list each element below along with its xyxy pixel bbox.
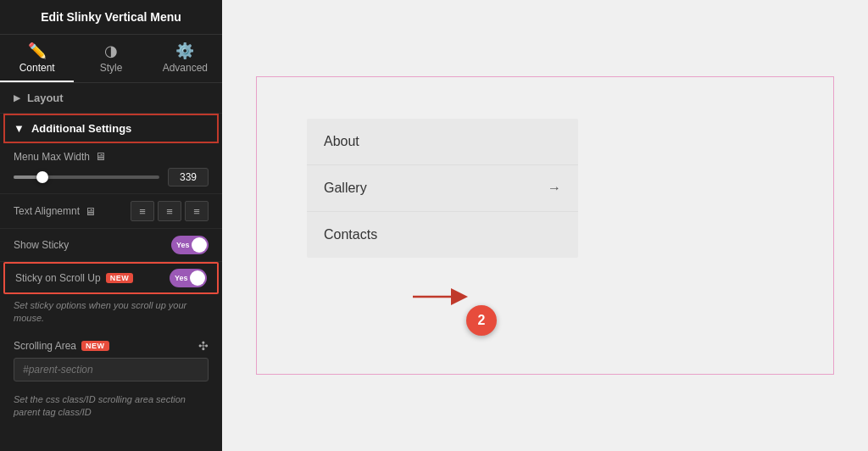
additional-settings-arrow-icon: ▼: [14, 122, 25, 135]
menu-item-about: About: [307, 119, 578, 165]
menu-max-width-control: Menu Max Width 🖥 339: [0, 143, 222, 194]
panel-title: Edit Slinky Vertical Menu: [0, 0, 222, 35]
show-sticky-control: Show Sticky Yes: [0, 229, 222, 262]
monitor-icon: 🖥: [95, 150, 106, 163]
menu-item-gallery: Gallery →: [307, 165, 578, 212]
alignment-buttons: ≡ ≡ ≡: [131, 201, 209, 221]
sticky-scroll-knob: [190, 270, 205, 286]
tab-style[interactable]: ◑ Style: [74, 35, 147, 82]
slider-track[interactable]: [14, 175, 159, 179]
slider-row: 339: [14, 168, 209, 187]
annotation-number: 2: [478, 313, 486, 328]
additional-settings-label: Additional Settings: [31, 122, 131, 135]
tab-content-label: Content: [19, 62, 55, 74]
text-alignment-control: Text Alignemnt 🖥 ≡ ≡ ≡: [0, 194, 222, 229]
slider-thumb[interactable]: [36, 171, 48, 183]
additional-settings-section[interactable]: ▼ Additional Settings: [3, 114, 219, 143]
sticky-scroll-new-badge: NEW: [106, 273, 134, 283]
tab-style-label: Style: [100, 62, 123, 74]
sticky-scroll-label: Sticky on Scroll Up: [15, 272, 101, 284]
advanced-icon: ⚙️: [175, 43, 194, 58]
tab-content[interactable]: ✏️ Content: [0, 35, 74, 82]
align-center-button[interactable]: ≡: [158, 201, 181, 221]
layout-section[interactable]: ▶ Layout: [0, 83, 222, 114]
menu-preview-card: About Gallery → Contacts: [307, 119, 578, 258]
annotation-circle: 2: [466, 305, 497, 336]
sticky-scroll-control: Sticky on Scroll Up NEW Yes: [3, 262, 219, 294]
tabs-bar: ✏️ Content ◑ Style ⚙️ Advanced: [0, 35, 222, 83]
content-icon: ✏️: [28, 43, 47, 58]
layout-label: Layout: [27, 92, 64, 104]
scrolling-area-input[interactable]: [14, 358, 209, 381]
scrolling-area-description: Set the css class/ID scrolling area sect…: [0, 388, 222, 426]
tab-advanced-label: Advanced: [163, 62, 208, 74]
show-sticky-label: Show Sticky: [14, 239, 69, 251]
canvas-area: About Gallery → Contacts 2: [256, 51, 834, 400]
menu-max-width-label: Menu Max Width: [14, 151, 90, 163]
expand-icon[interactable]: ✣: [198, 339, 209, 353]
scrolling-area-new-badge: NEW: [81, 341, 109, 351]
layout-arrow-icon: ▶: [14, 93, 20, 103]
tab-advanced[interactable]: ⚙️ Advanced: [148, 35, 222, 82]
sticky-scroll-toggle[interactable]: Yes: [170, 269, 207, 287]
align-left-button[interactable]: ≡: [131, 201, 154, 221]
text-alignment-label: Text Alignemnt: [14, 205, 80, 217]
gallery-arrow-icon: →: [548, 181, 561, 196]
show-sticky-toggle-label: Yes: [176, 241, 190, 249]
show-sticky-toggle[interactable]: Yes: [171, 236, 209, 254]
text-alignment-monitor-icon: 🖥: [85, 205, 96, 218]
scrolling-area-header: Scrolling Area NEW ✣: [0, 332, 222, 358]
align-right-button[interactable]: ≡: [185, 201, 209, 221]
menu-item-gallery-label: Gallery: [324, 181, 367, 196]
style-icon: ◑: [104, 43, 118, 58]
right-panel: About Gallery → Contacts 2: [222, 0, 868, 451]
sticky-scroll-description: Set sticky options when you scroll up yo…: [0, 294, 222, 332]
show-sticky-knob: [192, 237, 207, 253]
menu-item-contacts: Contacts: [307, 212, 578, 258]
scrolling-area-label: Scrolling Area: [14, 340, 76, 352]
menu-item-contacts-label: Contacts: [324, 227, 377, 242]
slider-value-input[interactable]: 339: [168, 168, 209, 187]
left-panel: Edit Slinky Vertical Menu ✏️ Content ◑ S…: [0, 0, 222, 451]
menu-item-about-label: About: [324, 134, 359, 149]
sticky-scroll-toggle-label: Yes: [175, 274, 188, 282]
